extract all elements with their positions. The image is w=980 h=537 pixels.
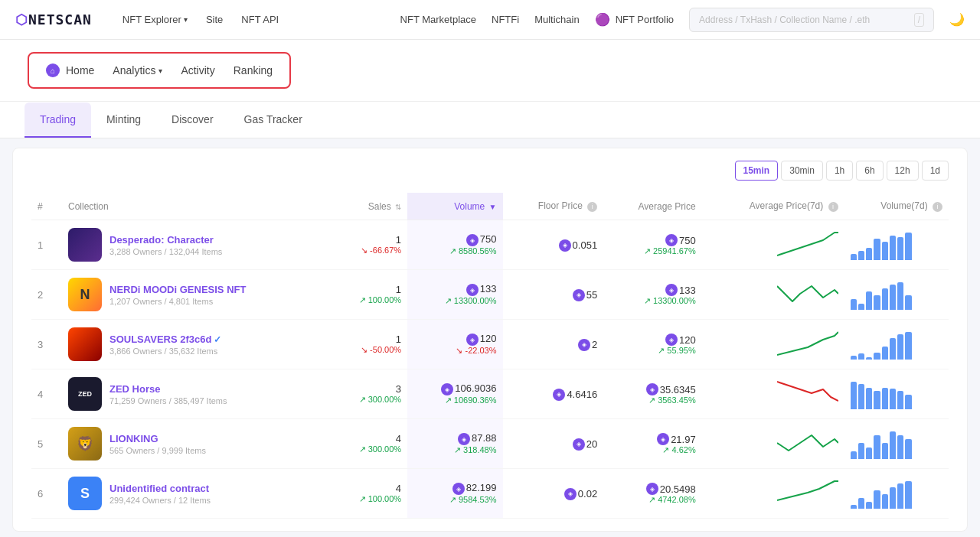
collection-sub: 1,207 Owners / 4,801 Items — [109, 297, 246, 306]
volume-change: ↗ 13300.00% — [413, 296, 496, 306]
table-row: 3 SOULSAVERS 2f3c6d✓ 3,866 Owners / 35,6… — [31, 320, 949, 369]
nav-nft-marketplace[interactable]: NFT Marketplace — [400, 11, 476, 28]
search-placeholder: Address / TxHash / Collection Name / .et… — [699, 15, 870, 25]
collection-name[interactable]: Unidentified contract — [109, 483, 211, 494]
avg-change: ↗ 25941.67% — [609, 246, 696, 256]
cell-collection: Desperado: Character 3,288 Owners / 132,… — [62, 220, 330, 270]
subnav-activity[interactable]: Activity — [173, 60, 222, 81]
collection-name[interactable]: SOULSAVERS 2f3c6d✓ — [109, 334, 221, 345]
sales-change: ↘ -66.67% — [336, 246, 401, 255]
cell-sales: 4 ↗ 100.00% — [330, 469, 407, 519]
sort-icon-volume: ▼ — [489, 203, 497, 211]
info-icon-vol7d: i — [933, 202, 942, 212]
col-avg-price: Average Price — [603, 193, 702, 220]
col-floor-price: Floor Price i — [503, 193, 604, 220]
collection-image: ZED — [68, 377, 102, 411]
col-collection: Collection — [62, 193, 330, 220]
content-area: 15min 30min 1h 6h 12h 1d # Collection Sa… — [12, 148, 968, 532]
time-filter-1d[interactable]: 1d — [922, 161, 949, 181]
nav-nft-portfolio[interactable]: 🟣 NFT Portfolio — [595, 9, 674, 30]
avg-change: ↗ 13300.00% — [609, 296, 696, 306]
time-filter-12h[interactable]: 12h — [887, 161, 919, 181]
eth-icon: ◈ — [466, 284, 479, 296]
cell-sales: 1 ↘ -50.00% — [330, 320, 407, 369]
nav-nft-explorer[interactable]: NFT Explorer ▾ — [122, 11, 188, 28]
cell-rank: 3 — [31, 320, 62, 369]
avg-change: ↗ 4.62% — [609, 445, 696, 455]
cell-rank: 1 — [31, 220, 62, 270]
verified-badge: ✓ — [214, 334, 221, 345]
tab-discover[interactable]: Discover — [156, 103, 228, 138]
cell-volume-7d — [844, 469, 949, 519]
eth-icon: ◈ — [665, 334, 678, 346]
cell-avg-price-7d — [702, 469, 844, 519]
cell-volume: ◈133 ↗ 13300.00% — [407, 270, 502, 320]
cell-rank: 4 — [31, 369, 62, 419]
time-filter-1h[interactable]: 1h — [826, 161, 853, 181]
subnav-analytics[interactable]: Analytics ▾ — [105, 60, 170, 81]
collection-name[interactable]: NERDi MOODi GENESIS NFT — [109, 284, 246, 295]
eth-icon: ◈ — [441, 383, 453, 395]
nav-nftfi[interactable]: NFTFi — [492, 11, 519, 28]
cell-volume: ◈82.199 ↗ 9584.53% — [407, 469, 502, 519]
collection-name[interactable]: Desperado: Character — [109, 234, 222, 246]
col-sales[interactable]: Sales ⇅ — [330, 193, 407, 220]
nav-multichain[interactable]: Multichain — [534, 11, 580, 28]
col-volume[interactable]: Volume ▼ — [407, 193, 502, 220]
nav-site[interactable]: Site — [206, 11, 223, 28]
cell-avg-price: ◈35.6345 ↗ 3563.45% — [603, 369, 702, 419]
collection-image: N — [68, 278, 102, 311]
sales-change: ↗ 300.00% — [336, 444, 401, 454]
eth-icon: ◈ — [573, 438, 585, 451]
eth-icon: ◈ — [458, 433, 470, 445]
eth-icon: ◈ — [578, 339, 590, 351]
collection-sub: 3,866 Owners / 35,632 Items — [109, 347, 221, 356]
collection-name[interactable]: LIONKING — [109, 433, 206, 444]
collection-image — [68, 228, 102, 262]
cell-volume: ◈106.9036 ↗ 10690.36% — [407, 369, 502, 419]
cell-avg-price-7d — [702, 320, 844, 369]
volume-change: ↘ -22.03% — [413, 346, 496, 356]
sales-change: ↗ 100.00% — [336, 494, 401, 504]
cell-sales: 1 ↗ 100.00% — [330, 270, 407, 320]
tab-trading[interactable]: Trading — [24, 103, 91, 138]
col-avg-price-7d: Average Price(7d) i — [702, 193, 844, 220]
cell-rank: 6 — [31, 469, 62, 519]
logo[interactable]: ⬡NETSCAN — [15, 11, 92, 28]
col-volume-7d: Volume(7d) i — [844, 193, 949, 220]
volume-change: ↗ 10690.36% — [413, 395, 496, 405]
cell-volume-7d — [844, 220, 949, 270]
nav-nft-api[interactable]: NFT API — [241, 11, 279, 28]
subnav-ranking[interactable]: Ranking — [226, 60, 280, 81]
eth-icon: ◈ — [657, 433, 669, 445]
time-filter-15min[interactable]: 15min — [735, 161, 779, 181]
eth-icon: ◈ — [646, 483, 658, 495]
cell-avg-price: ◈21.97 ↗ 4.62% — [603, 419, 702, 469]
eth-icon: ◈ — [665, 284, 678, 296]
cell-avg-price-7d — [702, 220, 844, 270]
cell-rank: 2 — [31, 270, 62, 320]
subnav-home[interactable]: ⌂ Home — [38, 59, 102, 82]
tab-minting[interactable]: Minting — [91, 103, 156, 138]
cell-avg-price-7d — [702, 419, 844, 469]
eth-icon: ◈ — [665, 234, 678, 246]
search-bar[interactable]: Address / TxHash / Collection Name / .et… — [689, 8, 934, 32]
sub-navigation: ⌂ Home Analytics ▾ Activity Ranking — [28, 52, 291, 89]
time-filter-30min[interactable]: 30min — [781, 161, 823, 181]
cell-collection: 🦁 LIONKING 565 Owners / 9,999 Items — [62, 419, 330, 469]
cell-floor-price: ◈0.02 — [503, 469, 604, 519]
cell-floor-price: ◈20 — [503, 419, 604, 469]
info-icon-7d: i — [828, 202, 838, 212]
cell-volume-7d — [844, 270, 949, 320]
tab-gas-tracker[interactable]: Gas Tracker — [229, 103, 318, 138]
time-filters: 15min 30min 1h 6h 12h 1d — [31, 161, 949, 181]
avg-change: ↗ 4742.08% — [609, 495, 696, 505]
table-row: 4 ZED ZED Horse 71,259 Owners / 385,497 … — [31, 369, 949, 419]
cell-collection: ZED ZED Horse 71,259 Owners / 385,497 It… — [62, 369, 330, 419]
time-filter-6h[interactable]: 6h — [856, 161, 883, 181]
collection-sub: 71,259 Owners / 385,497 Items — [109, 396, 227, 405]
night-mode-toggle[interactable]: 🌙 — [949, 12, 965, 27]
sales-change: ↘ -50.00% — [336, 345, 401, 355]
collection-name[interactable]: ZED Horse — [109, 383, 227, 395]
chevron-down-icon: ▾ — [184, 15, 188, 24]
